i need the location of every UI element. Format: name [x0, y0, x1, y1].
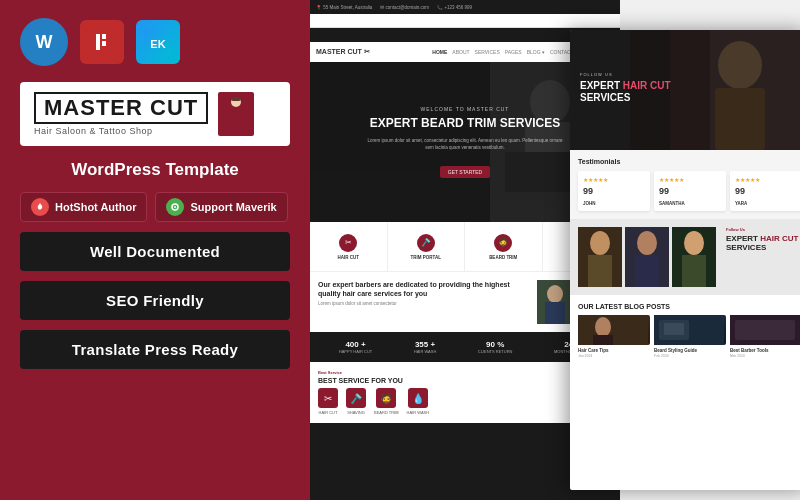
blog-post-2: Beard Styling Guide Feb 2024 [654, 315, 726, 359]
expert-img-1 [537, 280, 573, 324]
blog-post-title-1: Hair Care Tips [578, 348, 650, 354]
ek-icon: EK [136, 20, 180, 64]
service-beard: 🧔 BEARD TRIM [465, 222, 543, 271]
blog-post-date-2: Feb 2024 [654, 354, 726, 358]
logo-text-area: MASTER CUT Hair Saloon & Tattoo Shop [34, 92, 208, 136]
svg-rect-37 [635, 255, 659, 287]
expert-text: Our expert barbers are dedicated to prov… [318, 280, 531, 324]
svg-text:EK: EK [150, 38, 165, 50]
expert-haircut-text: Follow Us EXPERT HAIR CUT SERVICES [720, 227, 800, 287]
svg-text:W: W [36, 32, 53, 52]
stars-3: ★★★★★ [735, 176, 797, 183]
svg-rect-5 [102, 41, 106, 46]
svg-point-39 [684, 231, 704, 255]
beard-label: BEARD TRIM [489, 255, 517, 260]
badge-row: HotShot Author Support Maverik [20, 192, 290, 222]
preview-nav: 📍 55 Main Street, Australia ✉ contact@do… [310, 0, 620, 28]
svg-rect-46 [664, 323, 684, 335]
preview-secondary: FOLLOW US EXPERT HAIR CUTSERVICES Testim… [570, 30, 800, 490]
stars-1: ★★★★★ [583, 176, 645, 183]
author-3: YARA [735, 201, 797, 206]
stat-wash-label: HAIR WASH [414, 349, 437, 354]
trim-icon: 🪒 [417, 234, 435, 252]
left-panel: W [0, 0, 310, 500]
stat-haircuts-label: HAPPY HAIR CUT [339, 349, 373, 354]
svc-shaving: 🪒 SHAVING [346, 388, 366, 415]
svc-beard-icon: 🧔 [376, 388, 396, 408]
wp-template-label: WordPress Template [20, 160, 290, 180]
blog-title: OUR LATEST BLOG POSTS [578, 303, 800, 310]
blog-post-title-3: Best Barber Tools [730, 348, 800, 354]
svg-rect-11 [231, 97, 241, 101]
stat-wash-num: 355 + [414, 340, 437, 349]
preview-phone: 📞 +123 456 999 [437, 5, 472, 10]
svg-rect-9 [228, 112, 244, 130]
svg-rect-43 [593, 335, 613, 345]
svc-haircut-label: HAIR CUT [319, 410, 338, 415]
svg-point-15 [174, 206, 176, 208]
svc-hairwash-label: HAIR WASH [407, 410, 430, 415]
svc-shaving-icon: 🪒 [346, 388, 366, 408]
preview-logo: MASTER CUT ✂ [316, 48, 370, 56]
expert-haircut-title: EXPERT HAIR CUT SERVICES [726, 234, 800, 253]
svg-point-33 [590, 231, 610, 255]
svg-point-42 [595, 317, 611, 337]
svg-rect-3 [96, 34, 100, 50]
blog-post-img-2 [654, 315, 726, 345]
svc-beard: 🧔 BEARD TRIM [374, 388, 399, 415]
stat-return-num: 90 % [478, 340, 513, 349]
hero-welcome: WELCOME TO MASTER CUT [365, 106, 565, 112]
testimonial-3: ★★★★★ 99 YARA [730, 171, 800, 211]
blog-post-1: Hair Care Tips Jan 2024 [578, 315, 650, 359]
plugin-icons-row: W [20, 18, 290, 66]
haircut-persons [578, 227, 716, 287]
testimonials-section: Testimonials ★★★★★ 99 JOHN ★★★★★ 99 SAMA… [570, 150, 800, 219]
logo-main-text: MASTER CUT [34, 92, 208, 124]
svc-shaving-label: SHAVING [347, 410, 365, 415]
hotshot-badge: HotShot Author [20, 192, 147, 222]
stat-wash: 355 + HAIR WASH [414, 340, 437, 354]
testimonial-text-2: 99 [659, 185, 721, 198]
blog-post-title-2: Beard Styling Guide [654, 348, 726, 354]
svg-rect-23 [545, 302, 565, 324]
blog-post-date-3: Mar 2024 [730, 354, 800, 358]
logo-sub-text: Hair Saloon & Tattoo Shop [34, 126, 208, 136]
stat-return: 90 % CLIENTS RETURN [478, 340, 513, 354]
person-img-1 [578, 227, 622, 287]
best-service-sub: Best Service [318, 370, 612, 375]
svc-hairwash-icon: 💧 [408, 388, 428, 408]
secondary-hero-title: EXPERT HAIR CUTSERVICES [580, 80, 671, 104]
preview-email: ✉ contact@domain.com [380, 5, 429, 10]
blog-post-img-1 [578, 315, 650, 345]
hero-content: WELCOME TO MASTER CUT EXPERT BEARD TRIM … [345, 106, 585, 177]
secondary-hero-sub: FOLLOW US [580, 72, 671, 77]
feature-seo-friendly[interactable]: SEO Friendly [20, 281, 290, 320]
trim-label: TRIM PORTAL [411, 255, 441, 260]
svg-point-22 [547, 285, 563, 303]
expert-haircut-bg: Follow Us EXPERT HAIR CUT SERVICES [578, 227, 800, 287]
right-panel: 📍 55 Main Street, Australia ✉ contact@do… [310, 0, 800, 500]
nav-blog: BLOG ▾ [527, 49, 545, 55]
feature-well-documented[interactable]: Well Documented [20, 232, 290, 271]
testimonial-2: ★★★★★ 99 SAMANTHA [654, 171, 726, 211]
feature-translate-press[interactable]: Translate Press Ready [20, 330, 290, 369]
blog-post-img-3 [730, 315, 800, 345]
elementor-icon [80, 20, 124, 64]
stars-2: ★★★★★ [659, 176, 721, 183]
service-icons-row: ✂ HAIR CUT 🪒 SHAVING 🧔 BEARD TRIM 💧 HAIR… [318, 388, 612, 415]
svg-rect-48 [735, 320, 795, 340]
svc-haircut: ✂ HAIR CUT [318, 388, 338, 415]
author-2: SAMANTHA [659, 201, 721, 206]
svg-point-36 [637, 231, 657, 255]
secondary-hero-content: FOLLOW US EXPERT HAIR CUTSERVICES [580, 72, 671, 108]
wordpress-icon: W [20, 18, 68, 66]
expert-title: Our expert barbers are dedicated to prov… [318, 280, 531, 298]
blog-section: OUR LATEST BLOG POSTS Hair Care Tips Jan… [570, 295, 800, 367]
beard-icon: 🧔 [494, 234, 512, 252]
stat-haircuts-num: 400 + [339, 340, 373, 349]
haircut-label: HAIR CUT [338, 255, 360, 260]
secondary-hero: FOLLOW US EXPERT HAIR CUTSERVICES [570, 30, 800, 150]
author-1: JOHN [583, 201, 645, 206]
hero-btn[interactable]: GET STARTED [440, 166, 490, 178]
expert-haircut-section: Follow Us EXPERT HAIR CUT SERVICES [570, 219, 800, 295]
